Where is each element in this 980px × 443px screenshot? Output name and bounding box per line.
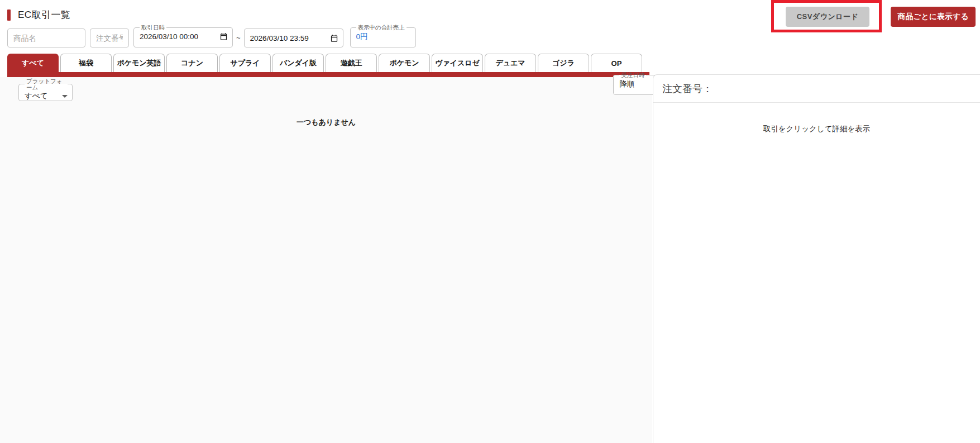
empty-list-message: 一つもありません: [0, 77, 652, 127]
category-tab[interactable]: サプライ: [219, 54, 271, 72]
category-tab[interactable]: OP: [591, 54, 642, 72]
category-tab[interactable]: デュエマ: [485, 54, 536, 72]
group-by-product-button[interactable]: 商品ごとに表示する: [891, 7, 976, 27]
order-number-input[interactable]: [90, 28, 129, 47]
csv-download-button[interactable]: CSVダウンロード: [786, 7, 870, 27]
category-tab[interactable]: 福袋: [60, 54, 112, 72]
date-to-field[interactable]: 2026/03/10 23:59: [244, 28, 343, 47]
category-tab[interactable]: ポケモン: [379, 54, 430, 72]
sort-field-label: 受注日時: [619, 72, 646, 78]
date-from-value[interactable]: 2026/03/10 00:00: [140, 32, 219, 41]
sort-order-value[interactable]: 降順: [619, 79, 653, 89]
category-tab[interactable]: ゴジラ: [538, 54, 589, 72]
title-accent-bar: [7, 9, 11, 21]
total-sales-field: 表示中の合計売上 0円: [350, 25, 416, 47]
date-range-label: 取引日時: [140, 25, 166, 31]
sort-controls: 並び替え 受注日時 降順: [613, 78, 644, 95]
transaction-list-panel: プラットフォーム すべて 並び替え 受注日時 降順 一つもありません: [0, 77, 652, 443]
platform-select[interactable]: プラットフォーム すべて: [18, 78, 73, 101]
date-to-value[interactable]: 2026/03/10 23:59: [250, 34, 330, 42]
transaction-detail-panel: 注文番号： 取引をクリックして詳細を表示: [653, 74, 980, 443]
total-sales-value: 0円: [356, 32, 368, 42]
header-actions: CSVダウンロード 商品ごとに表示する: [786, 7, 976, 27]
category-tab[interactable]: すべて: [7, 54, 59, 72]
csv-button-wrap: CSVダウンロード: [786, 7, 870, 27]
category-tab[interactable]: ヴァイスロゼ: [432, 54, 483, 72]
total-sales-label: 表示中の合計売上: [356, 25, 407, 31]
calendar-icon[interactable]: [219, 32, 228, 41]
platform-value[interactable]: すべて: [25, 91, 60, 101]
ec-transaction-page: EC取引一覧 CSVダウンロード 商品ごとに表示する 取引日時 2026/03/…: [0, 0, 980, 443]
category-tab[interactable]: 遊戯王: [326, 54, 377, 72]
product-name-input[interactable]: [7, 28, 85, 47]
category-tab[interactable]: コナン: [166, 54, 218, 72]
category-tab[interactable]: バンダイ版: [273, 54, 324, 72]
category-tab[interactable]: ポケモン英語: [113, 54, 165, 72]
date-range-separator: ~: [236, 34, 241, 42]
chevron-down-icon[interactable]: [62, 95, 68, 98]
order-number-heading: 注文番号：: [662, 82, 713, 96]
active-tab-underline: [7, 72, 649, 77]
filter-row: 取引日時 2026/03/10 00:00 ~ 2026/03/10 23:59…: [7, 25, 416, 47]
detail-header: 注文番号：: [653, 75, 980, 103]
detail-placeholder-hint: 取引をクリックして詳細を表示: [653, 124, 980, 134]
page-header: EC取引一覧: [7, 8, 71, 21]
platform-label: プラットフォーム: [25, 78, 68, 90]
page-title: EC取引一覧: [18, 8, 71, 21]
category-tabs: すべて 福袋 ポケモン英語 コナン サプライ バンダイ版 遊戯王 ポケモン ヴァ…: [7, 54, 642, 72]
calendar-icon[interactable]: [330, 34, 338, 42]
date-from-field[interactable]: 取引日時 2026/03/10 00:00: [133, 25, 233, 47]
